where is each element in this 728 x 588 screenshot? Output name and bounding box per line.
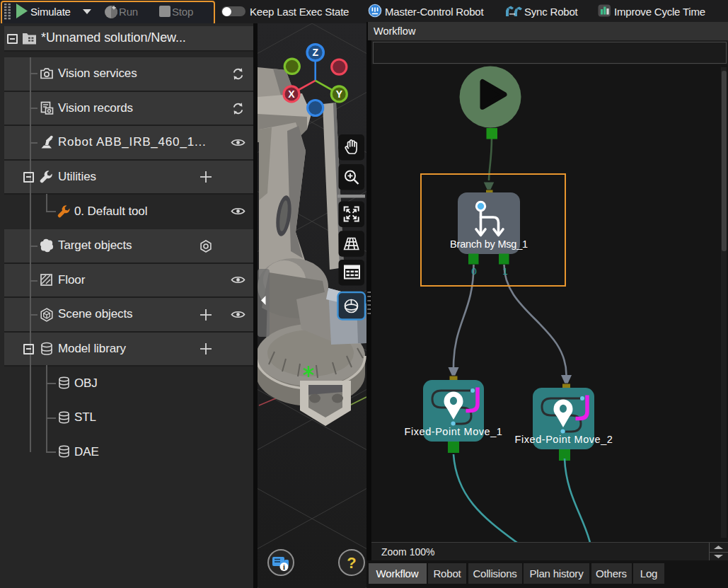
- svg-text:1: 1: [502, 266, 508, 277]
- svg-text:Branch by Msg_1: Branch by Msg_1: [450, 238, 528, 250]
- svg-text:?: ?: [347, 554, 356, 572]
- svg-text:Z: Z: [312, 47, 318, 58]
- svg-text:0: 0: [471, 266, 477, 277]
- svg-text:Fixed-Point Move_1: Fixed-Point Move_1: [405, 426, 503, 437]
- svg-text:Y: Y: [336, 88, 343, 100]
- svg-text:i: i: [283, 563, 285, 571]
- svg-text:Fixed-Point Move_2: Fixed-Point Move_2: [515, 434, 613, 445]
- svg-text:X: X: [288, 88, 295, 100]
